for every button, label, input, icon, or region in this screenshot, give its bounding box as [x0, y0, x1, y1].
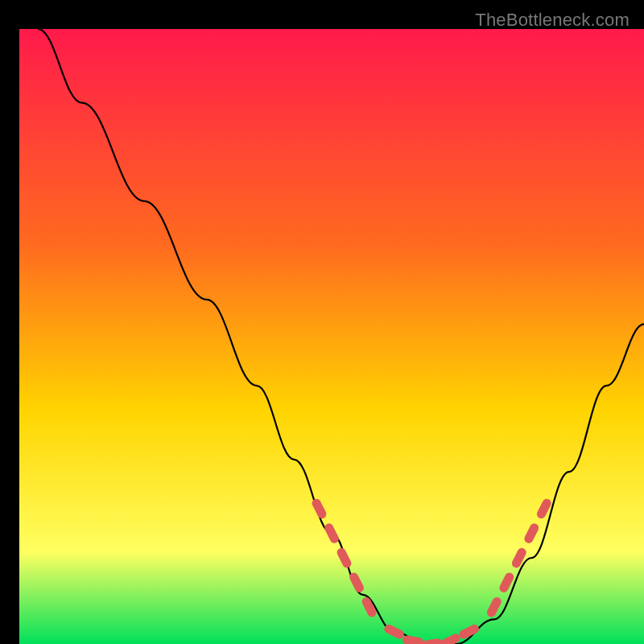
chart-svg: [19, 29, 644, 644]
gradient-background: [19, 29, 644, 644]
watermark-text: TheBottleneck.com: [475, 10, 630, 31]
bottleneck-chart: [19, 29, 644, 644]
chart-frame: TheBottleneck.com: [10, 10, 634, 634]
